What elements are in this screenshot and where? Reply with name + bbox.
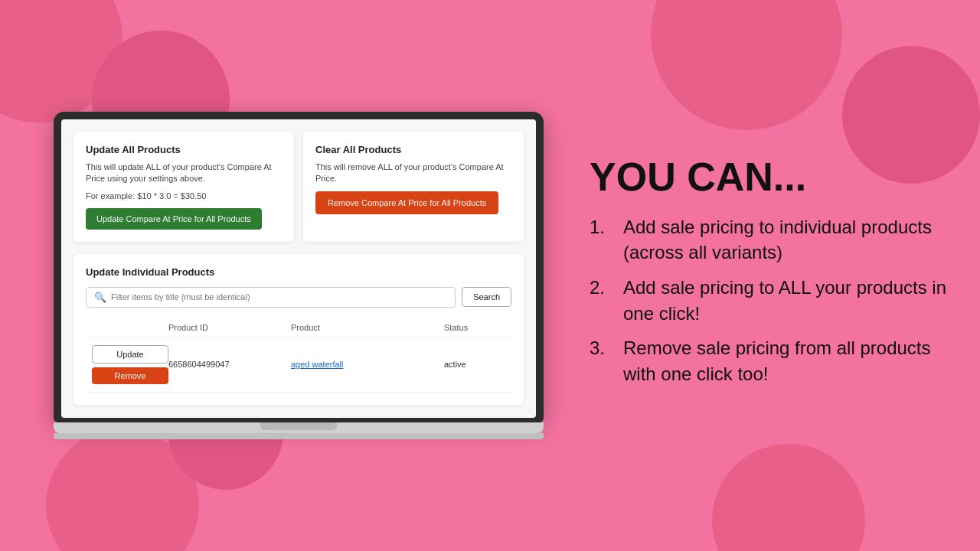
laptop-screen-outer: Update All Products This will update ALL… [54, 112, 544, 422]
list-text-2: Add sale pricing to ALL your products in… [623, 275, 949, 326]
list-text-1: Add sale pricing to individual products … [623, 214, 949, 266]
update-all-title: Update All Products [86, 144, 282, 155]
update-individual-title: Update Individual Products [86, 266, 511, 278]
col-header-product-id: Product ID [168, 323, 291, 332]
products-table: Product ID Product Status Update Remove [86, 318, 511, 393]
clear-all-title: Clear All Products [315, 144, 511, 155]
laptop-section: Update All Products This will update ALL… [0, 96, 574, 455]
table-row: Update Remove 6658604499047 aged waterfa… [86, 337, 511, 393]
app-content: Update All Products This will update ALL… [61, 119, 536, 418]
you-can-title: YOU CAN... [590, 155, 949, 199]
update-all-panel: Update All Products This will update ALL… [74, 132, 294, 242]
row-remove-button[interactable]: Remove [92, 367, 168, 384]
search-input-wrapper: 🔍 [86, 287, 456, 308]
update-all-button[interactable]: Update Compare At Price for All Products [86, 208, 262, 230]
row-product-id: 6658604499047 [168, 360, 291, 369]
update-all-example: For example: $10 * 3.0 = $30.50 [86, 191, 282, 201]
feature-item-1: 1. Add sale pricing to individual produc… [590, 214, 949, 266]
list-number-2: 2. [590, 275, 617, 301]
search-row: 🔍 Search [86, 287, 511, 308]
remove-compare-button[interactable]: Remove Compare At Price for All Products [315, 191, 498, 214]
laptop-stand [260, 422, 337, 430]
laptop-wrapper: Update All Products This will update ALL… [54, 112, 544, 439]
update-individual-panel: Update Individual Products 🔍 Search [74, 254, 524, 405]
main-container: Update All Products This will update ALL… [0, 0, 980, 551]
clear-all-desc: This will remove ALL of your product's C… [315, 161, 511, 185]
top-panels: Update All Products This will update ALL… [74, 132, 524, 242]
laptop-bottom-bar [54, 433, 544, 439]
list-number-3: 3. [590, 335, 617, 361]
feature-list: 1. Add sale pricing to individual produc… [590, 214, 949, 396]
text-section: YOU CAN... 1. Add sale pricing to indivi… [574, 132, 980, 419]
feature-item-3: 3. Remove sale pricing from all products… [590, 335, 949, 386]
clear-all-panel: Clear All Products This will remove ALL … [303, 132, 524, 242]
laptop-screen-inner: Update All Products This will update ALL… [61, 119, 536, 418]
feature-item-2: 2. Add sale pricing to ALL your products… [590, 275, 949, 326]
table-header: Product ID Product Status [86, 318, 511, 337]
list-text-3: Remove sale pricing from all products wi… [623, 335, 949, 386]
row-status: active [444, 360, 505, 369]
search-icon: 🔍 [94, 292, 106, 303]
update-all-desc: This will update ALL of your product's C… [86, 161, 282, 185]
laptop-base [54, 422, 544, 433]
col-header-status: Status [444, 323, 505, 332]
row-update-button[interactable]: Update [92, 345, 168, 364]
search-button[interactable]: Search [462, 287, 511, 307]
list-number-1: 1. [590, 214, 617, 240]
col-header-product: Product [291, 323, 444, 332]
search-input[interactable] [111, 292, 447, 302]
row-product-name[interactable]: aged waterfall [291, 360, 444, 369]
row-actions: Update Remove [92, 345, 168, 384]
